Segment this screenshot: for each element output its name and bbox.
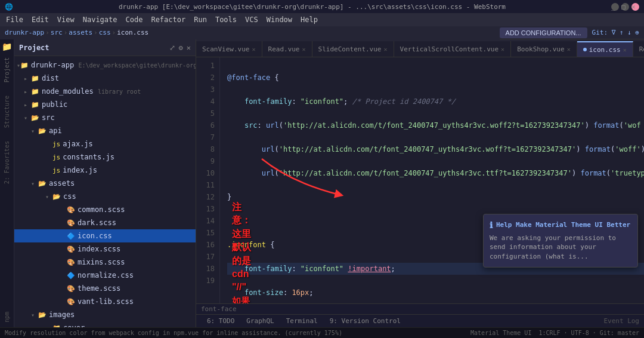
dark-scss-label: dark.scss bbox=[78, 219, 193, 227]
bottom-tab-todo[interactable]: 6: TODO bbox=[201, 315, 240, 328]
tab-slidecontent[interactable]: SlideContent.vue ✕ bbox=[312, 41, 394, 57]
menu-vcs[interactable]: VCS bbox=[242, 14, 262, 25]
tree-item-api[interactable]: ▾ 📂 api bbox=[14, 124, 196, 137]
tree-root-label: drunkr-app E:\dev_workspace\gitee\drunkr… bbox=[31, 61, 196, 69]
tree-item-images[interactable]: ▾ 📂 images bbox=[14, 308, 196, 321]
bottom-tab-vcs[interactable]: 9: Version Control bbox=[324, 315, 407, 328]
menu-help[interactable]: Help bbox=[297, 14, 321, 25]
sidebar-close-icon[interactable]: ✕ bbox=[187, 44, 191, 52]
modified-dot bbox=[583, 48, 587, 51]
chevron-down-icon: ▾ bbox=[31, 180, 38, 187]
structure-label[interactable]: Structure bbox=[4, 96, 10, 128]
tree-item-index-scss[interactable]: 🎨 index.scss bbox=[14, 242, 196, 256]
tree-item-icon-css[interactable]: 🔷 icon.css bbox=[14, 229, 196, 242]
notification-title: Help Make Material Theme UI Better bbox=[496, 221, 630, 229]
tree-item-constants[interactable]: js constants.js bbox=[14, 150, 196, 164]
tree-item-index-js[interactable]: js index.js bbox=[14, 164, 196, 177]
tree-item-node-modules[interactable]: ▸ 📁 node_modules library root bbox=[14, 85, 196, 98]
tab-readsetting[interactable]: ReadSetting.vue ✕ bbox=[633, 41, 644, 57]
menu-view[interactable]: View bbox=[54, 14, 78, 25]
minimize-btn[interactable]: _ bbox=[611, 3, 619, 11]
tree-item-ajax[interactable]: js ajax.js bbox=[14, 137, 196, 150]
close-btn[interactable]: ✕ bbox=[631, 3, 639, 11]
chevron-down-icon: ▾ bbox=[24, 115, 31, 121]
tree-item-public[interactable]: ▸ 📁 public bbox=[14, 98, 196, 111]
bottom-tab-terminal[interactable]: Terminal bbox=[280, 315, 324, 328]
code-editor: 12345 678910 1112131415 16171819 @font-f… bbox=[196, 57, 644, 303]
chevron-right-icon: ▸ bbox=[24, 102, 31, 108]
close-icon[interactable]: ✕ bbox=[567, 46, 571, 53]
tab-bookshop-label: BookShop.vue bbox=[517, 45, 564, 53]
menu-code[interactable]: Code bbox=[122, 14, 147, 25]
tree-item-dist[interactable]: ▸ 📁 dist bbox=[14, 72, 196, 85]
menu-navigate[interactable]: Navigate bbox=[79, 14, 121, 25]
tree-item-assets[interactable]: ▾ 📂 assets bbox=[14, 177, 196, 190]
tab-bookshop[interactable]: BookShop.vue ✕ bbox=[511, 41, 577, 57]
menu-refactor[interactable]: Refactor bbox=[147, 14, 189, 25]
menu-edit[interactable]: Edit bbox=[28, 14, 52, 25]
tree-item-vant-scss[interactable]: 🎨 vant-lib.scss bbox=[14, 295, 196, 308]
common-scss-label: common.scss bbox=[78, 205, 193, 214]
images-label: images bbox=[49, 311, 193, 319]
git-controls[interactable]: Git: ∇ ↑ ↓ ⊕ bbox=[592, 29, 639, 36]
menu-window[interactable]: Window bbox=[263, 14, 296, 25]
close-icon[interactable]: ✕ bbox=[501, 46, 504, 53]
code-footer: font-face bbox=[196, 303, 644, 314]
close-icon[interactable]: ✕ bbox=[302, 46, 306, 53]
tree-item-mixins-scss[interactable]: 🎨 mixins.scss bbox=[14, 256, 196, 269]
close-icon[interactable]: ✕ bbox=[384, 46, 388, 53]
tab-scanview[interactable]: ScanView.vue ✕ bbox=[196, 41, 262, 57]
tree-item-common-scss[interactable]: 🎨 common.scss bbox=[14, 203, 196, 216]
line-numbers: 12345 678910 1112131415 16171819 bbox=[196, 57, 220, 303]
breadcrumb: drunkr-app › src › assets › css › icon.c… bbox=[0, 26, 500, 39]
sidebar-controls[interactable]: ⤢ ⚙ ✕ bbox=[169, 44, 191, 52]
tab-verticalscroll[interactable]: VerticalScrollContent.vue ✕ bbox=[394, 41, 512, 57]
index-js-label: index.js bbox=[63, 166, 193, 174]
tree-item-theme-scss[interactable]: 🎨 theme.scss bbox=[14, 282, 196, 295]
tree-item-cover[interactable]: ▸ 📁 cover bbox=[14, 321, 196, 327]
event-log[interactable]: Event Log bbox=[603, 317, 639, 325]
folder-images-icon: 📂 bbox=[38, 311, 47, 319]
dist-label: dist bbox=[42, 74, 193, 82]
breadcrumb-1[interactable]: src bbox=[51, 29, 63, 36]
status-message: Modify resolution color from webpack con… bbox=[5, 330, 342, 336]
breadcrumb-3[interactable]: css bbox=[99, 29, 111, 36]
file-scss-icon: 🎨 bbox=[67, 245, 75, 253]
vant-scss-label: vant-lib.scss bbox=[78, 297, 193, 306]
npm-label[interactable]: npm bbox=[4, 312, 10, 322]
notification-header: ℹ Help Make Material Theme UI Better bbox=[490, 220, 631, 230]
file-css-icon: 🔷 bbox=[67, 272, 75, 279]
tree-item-dark-scss[interactable]: 🎨 dark.scss bbox=[14, 216, 196, 229]
close-icon[interactable]: ✕ bbox=[252, 46, 255, 53]
bottom-tab-graphql[interactable]: GraphQL bbox=[240, 315, 280, 328]
maximize-btn[interactable]: □ bbox=[621, 3, 629, 11]
breadcrumb-4[interactable]: icon.css bbox=[117, 29, 148, 36]
tree-item-src[interactable]: ▾ 📂 src bbox=[14, 111, 196, 124]
tree-item-css[interactable]: ▾ 📂 css bbox=[14, 190, 196, 203]
close-icon[interactable]: ✕ bbox=[623, 47, 627, 53]
tree-item-normalize-css[interactable]: 🔷 normalize.css bbox=[14, 269, 196, 282]
file-css-icon: 🔷 bbox=[67, 232, 75, 240]
tab-icon-css-label: icon.css bbox=[589, 46, 621, 54]
folder-node-icon: 📁 bbox=[31, 88, 39, 96]
breadcrumb-0[interactable]: drunkr-app bbox=[5, 29, 44, 36]
menu-tools[interactable]: Tools bbox=[212, 14, 240, 25]
breadcrumb-2[interactable]: assets bbox=[69, 29, 92, 36]
tab-slide-label: SlideContent.vue bbox=[318, 45, 382, 53]
sidebar-gear-icon[interactable]: ⚙ bbox=[179, 44, 183, 52]
menu-run[interactable]: Run bbox=[190, 14, 210, 25]
tab-icon-css[interactable]: icon.css ✕ bbox=[577, 41, 633, 57]
sidebar-expand-icon[interactable]: ⤢ bbox=[169, 44, 175, 52]
window-title: drunkr-app [E:\dev_workspace\gitee\drunk… bbox=[17, 3, 608, 11]
tree-root[interactable]: ▾ 📁 drunkr-app E:\dev_workspace\gitee\dr… bbox=[14, 59, 196, 72]
line-col-status: 1:CRLF · UTF-8 · Git: master bbox=[538, 330, 639, 336]
tab-read-label: Read.vue bbox=[268, 45, 300, 53]
add-config-button[interactable]: ADD CONFIGURATION... bbox=[500, 27, 587, 38]
favorites-label[interactable]: 2: Favorites bbox=[4, 141, 10, 184]
normalize-css-label: normalize.css bbox=[78, 271, 193, 279]
menu-file[interactable]: File bbox=[2, 14, 27, 25]
file-js-icon: js bbox=[52, 140, 60, 148]
tab-read[interactable]: Read.vue ✕ bbox=[262, 41, 312, 57]
project-label[interactable]: Project bbox=[4, 57, 10, 82]
project-icon[interactable]: 📁 bbox=[2, 42, 12, 51]
